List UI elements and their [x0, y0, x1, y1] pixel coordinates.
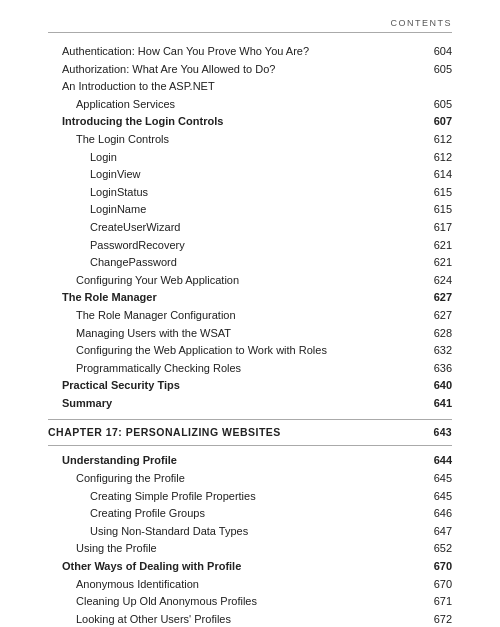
toc-row: CreateUserWizard617: [48, 219, 452, 237]
toc-label: Configuring Your Web Application: [48, 272, 420, 290]
toc-label: An Introduction to the ASP.NET: [48, 78, 420, 96]
toc-row: Configuring the Profile645: [48, 470, 452, 488]
toc-row: Introducing the Login Controls607: [48, 113, 452, 131]
toc-page: 617: [420, 219, 452, 237]
toc-page: 670: [420, 576, 452, 594]
toc-page: 641: [420, 395, 452, 413]
toc-label: Practical Security Tips: [48, 377, 420, 395]
toc-label: LoginView: [48, 166, 420, 184]
toc-page: 627: [420, 307, 452, 325]
toc-page: 671: [420, 593, 452, 611]
toc-page: 604: [420, 43, 452, 61]
toc-page: 647: [420, 523, 452, 541]
toc-page: 615: [420, 201, 452, 219]
toc-row: LoginName615: [48, 201, 452, 219]
toc-page: 621: [420, 254, 452, 272]
toc-row: Application Services605: [48, 96, 452, 114]
toc-row: LoginStatus615: [48, 184, 452, 202]
chapter-label: Chapter 17: Personalizing Websites: [48, 426, 420, 438]
toc-label: Introducing the Login Controls: [48, 113, 420, 131]
toc-page: 640: [420, 377, 452, 395]
toc-label: Summary: [48, 395, 420, 413]
toc-label: Anonymous Identification: [48, 576, 420, 594]
toc-page: 632: [420, 342, 452, 360]
toc-row: Managing Users with the WSAT628: [48, 325, 452, 343]
toc-row: Looking at Other Users' Profiles672: [48, 611, 452, 627]
toc-row: Understanding Profile644: [48, 452, 452, 470]
toc-label: Other Ways of Dealing with Profile: [48, 558, 420, 576]
toc-page: 645: [420, 488, 452, 506]
toc-row: Other Ways of Dealing with Profile670: [48, 558, 452, 576]
toc-page: 607: [420, 113, 452, 131]
toc-row: Anonymous Identification670: [48, 576, 452, 594]
toc-page: 672: [420, 611, 452, 627]
toc-label: Authorization: What Are You Allowed to D…: [48, 61, 420, 79]
section-divider: [48, 419, 452, 420]
toc-label: Configuring the Web Application to Work …: [48, 342, 420, 360]
toc-row: Programmatically Checking Roles636: [48, 360, 452, 378]
toc-row: Using Non-Standard Data Types647: [48, 523, 452, 541]
toc-page: 615: [420, 184, 452, 202]
toc-page: 646: [420, 505, 452, 523]
toc-page: 621: [420, 237, 452, 255]
toc-row: Login612: [48, 149, 452, 167]
toc-row: An Introduction to the ASP.NET: [48, 78, 452, 96]
toc-label: ChangePassword: [48, 254, 420, 272]
toc-label: Understanding Profile: [48, 452, 420, 470]
chapter-page: 643: [420, 426, 452, 438]
toc-row: The Role Manager627: [48, 289, 452, 307]
toc-row: ChangePassword621: [48, 254, 452, 272]
section-divider: [48, 445, 452, 446]
toc-row: Summary641: [48, 395, 452, 413]
page-container: CONTENTS Authentication: How Can You Pro…: [0, 0, 500, 627]
toc-label: Authentication: How Can You Prove Who Yo…: [48, 43, 420, 61]
toc-row: LoginView614: [48, 166, 452, 184]
toc-label: Managing Users with the WSAT: [48, 325, 420, 343]
toc-row: Authorization: What Are You Allowed to D…: [48, 61, 452, 79]
toc-label: Application Services: [48, 96, 420, 114]
toc-label: PasswordRecovery: [48, 237, 420, 255]
toc-label: Using Non-Standard Data Types: [48, 523, 420, 541]
toc-label: Configuring the Profile: [48, 470, 420, 488]
toc-label: Cleaning Up Old Anonymous Profiles: [48, 593, 420, 611]
toc-page: 636: [420, 360, 452, 378]
toc-row: The Role Manager Configuration627: [48, 307, 452, 325]
toc-page: 645: [420, 470, 452, 488]
toc-label: Login: [48, 149, 420, 167]
toc-page: 612: [420, 149, 452, 167]
toc-label: LoginStatus: [48, 184, 420, 202]
toc-page: 627: [420, 289, 452, 307]
toc-page: 644: [420, 452, 452, 470]
chapter-row: Chapter 17: Personalizing Websites643: [48, 426, 452, 438]
toc-label: Programmatically Checking Roles: [48, 360, 420, 378]
toc-page: 624: [420, 272, 452, 290]
header: CONTENTS: [48, 18, 452, 33]
toc-row: Creating Profile Groups646: [48, 505, 452, 523]
toc-page: 605: [420, 96, 452, 114]
toc-label: LoginName: [48, 201, 420, 219]
toc-page: 614: [420, 166, 452, 184]
toc-label: Looking at Other Users' Profiles: [48, 611, 420, 627]
toc-page: 670: [420, 558, 452, 576]
toc-row: Creating Simple Profile Properties645: [48, 488, 452, 506]
toc-row: Practical Security Tips640: [48, 377, 452, 395]
toc-row: Cleaning Up Old Anonymous Profiles671: [48, 593, 452, 611]
toc-page: 628: [420, 325, 452, 343]
toc-label: The Role Manager Configuration: [48, 307, 420, 325]
toc-row: The Login Controls612: [48, 131, 452, 149]
toc-content: Authentication: How Can You Prove Who Yo…: [48, 43, 452, 627]
toc-row: Using the Profile652: [48, 540, 452, 558]
toc-label: The Login Controls: [48, 131, 420, 149]
toc-row: Configuring Your Web Application624: [48, 272, 452, 290]
toc-label: Creating Profile Groups: [48, 505, 420, 523]
toc-page: 612: [420, 131, 452, 149]
toc-label: CreateUserWizard: [48, 219, 420, 237]
toc-label: Creating Simple Profile Properties: [48, 488, 420, 506]
toc-label: The Role Manager: [48, 289, 420, 307]
toc-label: Using the Profile: [48, 540, 420, 558]
toc-row: Configuring the Web Application to Work …: [48, 342, 452, 360]
toc-row: PasswordRecovery621: [48, 237, 452, 255]
toc-row: Authentication: How Can You Prove Who Yo…: [48, 43, 452, 61]
toc-page: 652: [420, 540, 452, 558]
toc-page: 605: [420, 61, 452, 79]
